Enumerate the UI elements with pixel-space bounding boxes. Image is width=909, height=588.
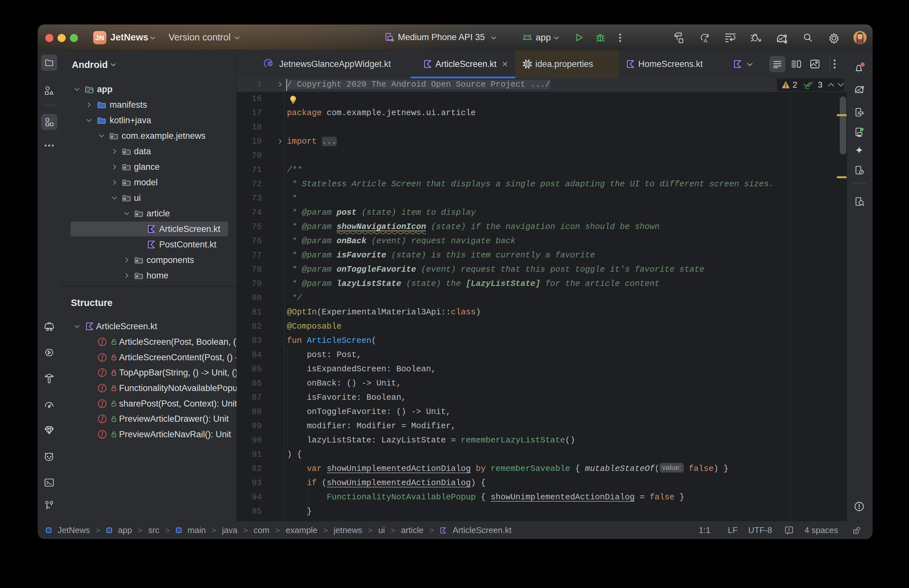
svg-text:f: f [101,368,104,376]
svg-text:f: f [101,338,104,346]
svg-text:A: A [704,38,707,44]
svg-text:f: f [101,384,104,392]
svg-text:f: f [101,415,104,422]
svg-text:f: f [101,430,104,438]
svg-text:f: f [101,353,104,361]
svg-text:f: f [101,399,104,407]
